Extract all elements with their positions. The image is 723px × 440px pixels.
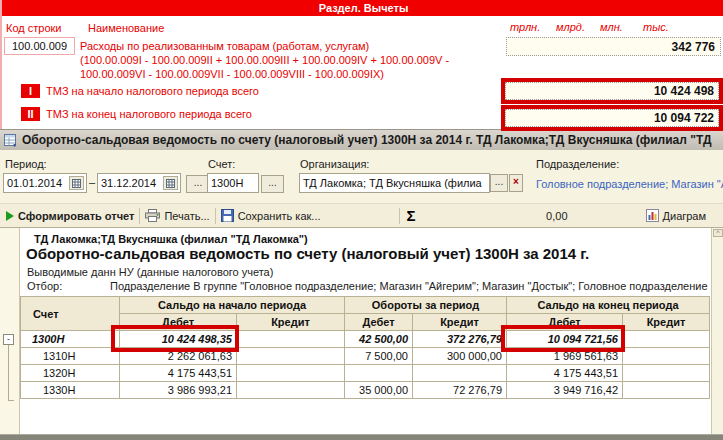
subrow-2-badge: II [21, 107, 40, 121]
value-cell[interactable]: 42 500,00 [345, 331, 413, 348]
generate-report-button[interactable]: Сформировать отчет [18, 210, 134, 222]
subrow-1-value-field[interactable]: 10 424 498 [505, 82, 719, 100]
print-button[interactable]: Печать... [164, 210, 209, 222]
value-cell[interactable]: 4 175 443,51 [120, 365, 237, 382]
account-cell[interactable]: 1320Н [21, 365, 120, 382]
department-link[interactable]: Головное подразделение; Магазин "А [536, 178, 723, 190]
unit-tys: тыс. [643, 21, 669, 33]
value-cell[interactable] [623, 365, 710, 382]
subrow-1-badge: I [21, 84, 40, 98]
name-column-label: Наименование [88, 22, 164, 34]
account-more-button[interactable]: ... [261, 175, 284, 193]
value-cell[interactable]: 35 000,00 [345, 382, 413, 399]
value-cell[interactable]: 1 969 561,63 [507, 348, 623, 365]
value-cell[interactable]: 372 276,79 [413, 331, 507, 348]
tree-line [8, 400, 14, 401]
col-header-credit: Кредит [413, 314, 507, 331]
period-from-input[interactable]: 01.01.2014 [3, 173, 87, 193]
col-group-closing-balance: Сальдо на конец периода [507, 297, 710, 314]
subrow-2-label: ТМЗ на конец налогового периода всего [46, 108, 252, 120]
calendar-icon[interactable] [163, 176, 178, 190]
value-cell[interactable] [237, 331, 345, 348]
col-header-credit: Кредит [623, 314, 710, 331]
deductions-form: Раздел. Вычеты Код строки Наименование т… [0, 0, 723, 129]
value-cell[interactable]: 3 949 716,42 [507, 382, 623, 399]
subrow-1-label: ТМЗ на начало налогового периода всего [46, 85, 259, 97]
filter-panel: Период: 01.01.2014 – 31.12.2014 ... Счет… [0, 150, 723, 204]
value-cell[interactable]: 300 000,00 [413, 348, 507, 365]
organization-more-button[interactable]: ... [490, 174, 508, 192]
highlight-box-period-start: 10 424 498 [501, 78, 723, 104]
col-header-account: Счет [21, 297, 120, 331]
tree-line [8, 345, 9, 401]
department-label: Подразделение: [536, 158, 619, 170]
value-cell[interactable]: 4 175 443,51 [507, 365, 623, 382]
value-cell[interactable] [413, 365, 507, 382]
value-cell[interactable]: 2 262 061,63 [120, 348, 237, 365]
subrow-2-value-field[interactable]: 10 094 722 [505, 109, 719, 127]
report-data-note: Выводимые данн НУ (данные налогового уче… [27, 266, 273, 278]
toolbar-separator [139, 208, 140, 224]
report-filter-value: Подразделение В группе "Головное подразд… [110, 280, 723, 292]
table-row: 1320Н 4 175 443,51 4 175 443,51 [21, 365, 710, 382]
diagram-button[interactable]: Диаграм [663, 210, 707, 222]
tree-collapse-icon[interactable]: - [3, 334, 14, 345]
balance-table: Счет Сальдо на начало периода Обороты за… [20, 296, 710, 399]
value-cell[interactable] [237, 365, 345, 382]
col-group-turnover: Обороты за период [345, 297, 507, 314]
diagram-icon [646, 209, 659, 222]
row-formula-line2: 100.00.009VI - 100.00.009VII - 100.00.00… [80, 68, 384, 80]
splitter-grip-icon[interactable]: ^ [713, 229, 723, 237]
report-organization-line: ТД Лакомка;ТД Вкусняшка (филиал "ТД Лако… [34, 233, 308, 245]
section-title-bar: Раздел. Вычеты [2, 0, 723, 16]
period-separator: – [89, 176, 95, 188]
sum-value: 0,00 [420, 210, 568, 222]
window-title-bar[interactable]: т Оборотно-сальдовая ведомость по счету … [0, 129, 723, 150]
value-cell[interactable] [237, 382, 345, 399]
account-input[interactable]: 1300Н [207, 173, 259, 193]
screenshot-root: Раздел. Вычеты Код строки Наименование т… [0, 0, 723, 440]
sum-sigma-icon[interactable]: Σ [407, 207, 416, 224]
unit-mln: млн. [600, 21, 623, 33]
code-column-label: Код строки [6, 22, 62, 34]
col-group-opening-balance: Сальдо на начало периода [120, 297, 345, 314]
row-code-field[interactable]: 100.00.009 [4, 37, 75, 55]
organization-input[interactable]: ТД Лакомка; ТД Вкусняшка (филиа [299, 173, 490, 193]
account-cell[interactable]: 1310Н [21, 348, 120, 365]
row-header-strip [0, 228, 20, 434]
toolbar-separator [399, 208, 400, 224]
col-header-debit: Дебет [507, 314, 623, 331]
value-cell[interactable]: 3 986 993,21 [120, 382, 237, 399]
table-row: 1300Н 10 424 498,35 42 500,00 372 276,79… [21, 331, 710, 348]
col-header-credit: Кредит [237, 314, 345, 331]
unit-mlrd: млрд. [556, 21, 585, 33]
col-header-debit: Дебет [120, 314, 237, 331]
report-toolbar: Сформировать отчет Печать... Сохранить к… [0, 204, 723, 228]
unit-trln: трлн. [510, 21, 540, 33]
value-cell[interactable]: 72 276,79 [413, 382, 507, 399]
value-cell[interactable] [345, 365, 413, 382]
account-cell[interactable]: 1330Н [21, 382, 120, 399]
period-to-input[interactable]: 31.12.2014 [97, 173, 181, 193]
row-name-label: Расходы по реализованным товарам (работа… [80, 40, 369, 52]
value-cell[interactable]: 10 424 498,35 [120, 331, 237, 348]
organization-value: ТД Лакомка; ТД Вкусняшка (филиа [303, 177, 482, 189]
row-formula-line1: (100.00.009I - 100.00.009II + 100.00.009… [80, 54, 449, 66]
value-cell[interactable]: 10 094 721,56 [507, 331, 623, 348]
value-cell[interactable] [623, 331, 710, 348]
account-value: 1300Н [211, 177, 243, 189]
calendar-icon[interactable] [69, 176, 84, 190]
vertical-scrollbar[interactable]: ^ [711, 228, 723, 434]
value-cell[interactable] [623, 348, 710, 365]
value-cell[interactable] [623, 382, 710, 399]
value-cell[interactable]: 7 500,00 [345, 348, 413, 365]
value-cell[interactable] [237, 348, 345, 365]
account-cell[interactable]: 1300Н [21, 331, 120, 348]
period-to-value: 31.12.2014 [101, 177, 156, 189]
col-header-debit: Дебет [345, 314, 413, 331]
window-title: Оборотно-сальдовая ведомость по счету (н… [22, 133, 711, 147]
row-value-field[interactable]: 342 776 [506, 37, 721, 56]
save-as-button[interactable]: Сохранить как... [238, 210, 321, 222]
printer-icon [145, 209, 160, 222]
organization-clear-icon[interactable]: × [509, 174, 523, 192]
